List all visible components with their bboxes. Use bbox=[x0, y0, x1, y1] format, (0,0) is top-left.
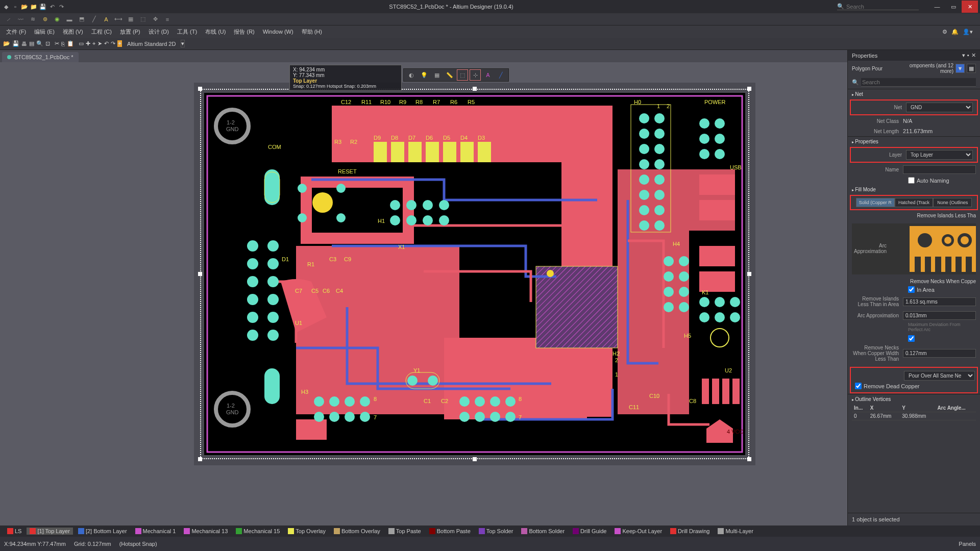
workspace[interactable]: X: 94.234 mm Y: 77.343 mm Top Layer Snap… bbox=[0, 62, 980, 532]
ab-clear-icon[interactable]: 💡 bbox=[419, 69, 430, 81]
layer-tab[interactable]: Bottom Paste bbox=[426, 528, 474, 535]
dim-icon[interactable]: ⟷ bbox=[113, 14, 124, 24]
selection-handle[interactable] bbox=[198, 457, 202, 461]
comp-icon[interactable]: ▦ bbox=[126, 14, 136, 24]
layer-tab[interactable]: Top Solder bbox=[476, 528, 517, 535]
ab-grid-icon[interactable]: ▦ bbox=[431, 69, 443, 81]
arrow-icon[interactable]: ➤ bbox=[97, 40, 102, 47]
zoom-fit-icon[interactable]: ⊡ bbox=[45, 40, 50, 47]
menu-tools[interactable]: 工具 (T) bbox=[174, 27, 200, 37]
fill-icon[interactable]: ▬ bbox=[64, 14, 75, 24]
panels-button[interactable]: Panels bbox=[959, 541, 976, 547]
selection-handle[interactable] bbox=[473, 457, 477, 461]
wire-icon[interactable]: 〰 bbox=[15, 14, 26, 24]
necks-enable-checkbox[interactable] bbox=[908, 335, 915, 342]
selection-handle[interactable] bbox=[747, 457, 751, 461]
undo-icon[interactable]: ↶ bbox=[48, 3, 56, 11]
menu-design[interactable]: 设计 (D) bbox=[145, 27, 172, 37]
layer-tab[interactable]: Keep-Out Layer bbox=[611, 528, 665, 535]
route-icon[interactable]: ⟋ bbox=[3, 14, 13, 24]
dead-copper-checkbox[interactable] bbox=[855, 383, 862, 389]
ab-mask-icon[interactable]: ◐ bbox=[406, 69, 417, 81]
layer-tab[interactable]: [1] Top Layer bbox=[27, 528, 72, 535]
col-y[interactable]: Y bbox=[900, 404, 935, 412]
ab-unit-icon[interactable]: 📏 bbox=[444, 69, 455, 81]
copy-icon[interactable]: ⎘ bbox=[61, 41, 65, 47]
in-area-checkbox[interactable] bbox=[908, 286, 915, 293]
pcb-canvas[interactable]: C12 R11R10R9R8R7R6R5 H0POWER COM R3R2 D9… bbox=[194, 83, 755, 465]
new-icon[interactable]: ▫ bbox=[11, 3, 19, 11]
align-icon[interactable]: ≡ bbox=[162, 14, 173, 24]
string-icon[interactable]: A bbox=[101, 14, 111, 24]
menu-place[interactable]: 放置 (P) bbox=[117, 27, 143, 37]
selection-handle[interactable] bbox=[747, 272, 751, 276]
section-outline[interactable]: Outline Vertices bbox=[848, 394, 980, 404]
net-select[interactable]: GND bbox=[906, 103, 973, 112]
pin-icon[interactable]: ▾ bbox=[962, 52, 965, 59]
name-input[interactable] bbox=[903, 165, 976, 174]
via-icon[interactable]: ⊚ bbox=[40, 14, 50, 24]
bell-icon[interactable]: 🔔 bbox=[951, 29, 959, 35]
layer-tab[interactable]: Multi-Layer bbox=[715, 528, 756, 535]
auto-naming-checkbox[interactable] bbox=[908, 177, 915, 184]
cut-icon[interactable]: ✂ bbox=[55, 40, 59, 47]
fill-none-button[interactable]: None (Outlines bbox=[933, 198, 972, 207]
layer-tab[interactable]: LS bbox=[4, 528, 24, 535]
zoom-in-icon[interactable]: 🔍 bbox=[36, 40, 43, 47]
close-icon[interactable]: ✕ bbox=[971, 52, 976, 59]
ab-origin-icon[interactable]: ⊹ bbox=[470, 69, 481, 81]
section-properties[interactable]: Properties bbox=[848, 136, 980, 146]
minimize-button[interactable]: — bbox=[929, 1, 945, 13]
cross-icon[interactable]: ✚ bbox=[86, 40, 90, 47]
poly-icon[interactable]: ⬒ bbox=[77, 14, 87, 24]
fill-hatched-button[interactable]: Hatched (Track bbox=[895, 198, 934, 207]
undo2-icon[interactable]: ↶ bbox=[104, 40, 109, 47]
properties-search[interactable] bbox=[861, 78, 976, 87]
move-icon[interactable]: ✥ bbox=[150, 14, 160, 24]
rect-icon[interactable]: ▭ bbox=[79, 40, 84, 47]
open-icon[interactable]: 📂 bbox=[20, 3, 29, 11]
fill-solid-button[interactable]: Solid (Copper R bbox=[856, 198, 895, 207]
maximize-button[interactable]: ▭ bbox=[945, 1, 962, 13]
ab-poly-icon[interactable]: ⬚ bbox=[457, 69, 468, 81]
col-arc[interactable]: Arc Angle... bbox=[936, 404, 976, 412]
menu-window[interactable]: Window (W) bbox=[260, 28, 297, 36]
view-config-dropdown[interactable]: ▾ bbox=[181, 40, 185, 47]
menu-help[interactable]: 帮助 (H) bbox=[299, 27, 325, 37]
sel-icon[interactable]: ⬚ bbox=[138, 14, 148, 24]
layer-select[interactable]: Top Layer bbox=[906, 150, 973, 160]
section-net[interactable]: Net bbox=[848, 89, 980, 99]
layer-tab[interactable]: Mechanical 13 bbox=[181, 528, 231, 535]
layer-tab[interactable]: [2] Bottom Layer bbox=[75, 528, 130, 535]
menu-view[interactable]: 视图 (V) bbox=[60, 27, 86, 37]
arc-approx-input[interactable] bbox=[903, 311, 976, 320]
menu-file[interactable]: 文件 (F) bbox=[3, 27, 29, 37]
layer-tab[interactable]: Mechanical 15 bbox=[233, 528, 283, 535]
line-icon[interactable]: ╱ bbox=[89, 14, 99, 24]
ab-line-icon[interactable]: ╱ bbox=[495, 69, 506, 81]
close-button[interactable]: ✕ bbox=[962, 1, 978, 13]
layer-tab[interactable]: Bottom Overlay bbox=[331, 528, 383, 535]
tab-pcbdoc[interactable]: STC89C52_1.PcbDoc * bbox=[2, 52, 79, 62]
save2-icon[interactable]: 💾 bbox=[12, 40, 19, 47]
pad-icon[interactable]: ◉ bbox=[52, 14, 62, 24]
layer-tab[interactable]: Bottom Solder bbox=[518, 528, 568, 535]
layer-tab[interactable]: Drill Drawing bbox=[667, 528, 713, 535]
filter-btn2[interactable]: ▦ bbox=[967, 64, 976, 73]
save-icon[interactable]: 💾 bbox=[39, 3, 47, 11]
remove-necks-input[interactable] bbox=[903, 349, 976, 358]
user-icon[interactable]: 👤▾ bbox=[963, 29, 973, 35]
redo2-icon[interactable]: ↷ bbox=[111, 40, 115, 47]
col-x[interactable]: X bbox=[868, 404, 900, 412]
diff-icon[interactable]: ≋ bbox=[28, 14, 38, 24]
filter-icon[interactable]: ▼ bbox=[955, 64, 965, 73]
layer-tab[interactable]: Drill Guide bbox=[570, 528, 609, 535]
snap-icon[interactable]: ⌖ bbox=[92, 40, 95, 47]
gear-icon[interactable]: ⚙ bbox=[942, 29, 947, 35]
remove-islands-input[interactable] bbox=[903, 297, 976, 306]
menu-edit[interactable]: 编辑 (E) bbox=[31, 27, 58, 37]
print-icon[interactable]: 🖶 bbox=[21, 41, 27, 47]
paste-icon[interactable]: 📋 bbox=[67, 40, 74, 47]
pour-over-select[interactable]: Pour Over All Same Ne bbox=[904, 371, 975, 381]
open2-icon[interactable]: 📂 bbox=[3, 40, 10, 47]
